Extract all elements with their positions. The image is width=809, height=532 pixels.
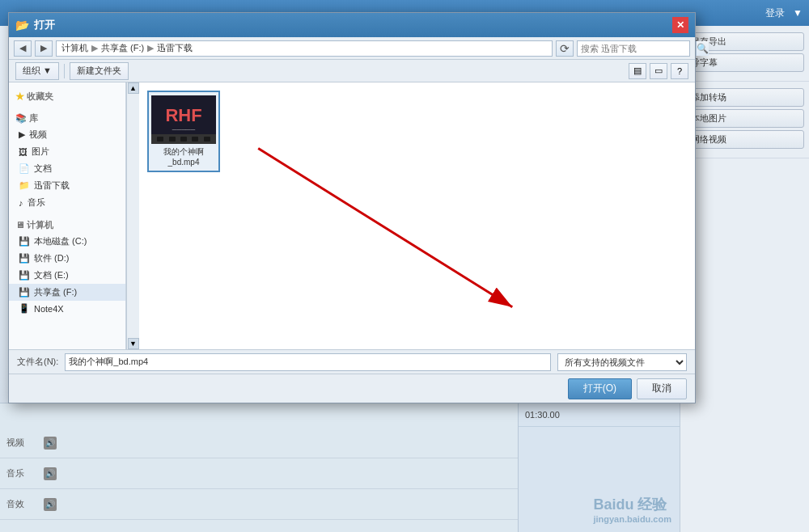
nav-item-e-drive[interactable]: 💾 文档 (E:) xyxy=(9,267,125,284)
forward-button[interactable]: ▶ xyxy=(35,40,53,57)
favorites-section-title: ★ 收藏夹 xyxy=(9,87,125,104)
filename-label: 文件名(N): xyxy=(17,356,58,368)
subtitle-button[interactable]: 导字幕 xyxy=(685,53,804,72)
film-hole-5 xyxy=(204,137,210,141)
login-label[interactable]: 登录 xyxy=(765,6,785,20)
search-icon[interactable]: 🔍 xyxy=(696,41,709,56)
nav-item-d-drive[interactable]: 💾 软件 (D:) xyxy=(9,250,125,267)
scroll-up-arrow[interactable]: ▲ xyxy=(128,82,139,94)
nav-item-note4x[interactable]: 📱 Note4X xyxy=(9,301,125,316)
video-track-label: 视频 xyxy=(6,437,39,449)
path-f-drive: 共享盘 (F:) xyxy=(101,42,144,54)
f-drive-icon: 💾 xyxy=(19,287,30,298)
d-drive-icon: 💾 xyxy=(19,253,30,264)
cancel-button[interactable]: 取消 xyxy=(637,378,687,399)
dialog-close-button[interactable]: ✕ xyxy=(672,17,688,33)
file-open-dialog: 📂 打开 ✕ ◀ ▶ 计算机 ▶ 共享盘 (F:) ▶ 迅雷下载 ⟳ 🔍 组织 … xyxy=(8,12,696,403)
top-bar-right: 登录 ▼ xyxy=(765,6,803,20)
videos-label: 视频 xyxy=(29,129,47,141)
libraries-section-title: 📚 库 xyxy=(9,109,125,126)
action-bar: 打开(O) 取消 xyxy=(9,374,695,403)
dialog-title-icon: 📂 xyxy=(15,19,29,32)
add-field-button[interactable]: 添加转场 xyxy=(685,88,804,107)
c-drive-label: 本地磁盘 (C:) xyxy=(34,235,87,247)
video-track-row: 视频 🔊 xyxy=(0,428,518,458)
scroll-down-arrow[interactable]: ▼ xyxy=(128,338,139,349)
organize-button[interactable]: 组织 ▼ xyxy=(15,62,59,80)
music-icon: ♪ xyxy=(19,198,23,208)
local-image-button[interactable]: 本地图片 xyxy=(685,109,804,128)
e-drive-icon: 💾 xyxy=(19,270,30,281)
videos-icon: ▶ xyxy=(19,129,25,140)
path-sep-1: ▶ xyxy=(91,43,98,53)
bottom-timeline: 01:30.00 视频 🔊 音乐 🔊 音效 🔊 xyxy=(0,403,680,532)
dropdown-icon[interactable]: ▼ xyxy=(793,7,803,19)
docs-label: 文档 xyxy=(34,163,52,175)
toolbar-right: ▤ ▭ ? xyxy=(629,63,688,79)
filename-input[interactable] xyxy=(65,353,551,371)
back-button[interactable]: ◀ xyxy=(14,40,32,57)
view-button-2[interactable]: ▭ xyxy=(650,63,667,79)
images-icon: 🖼 xyxy=(19,147,28,157)
f-drive-label: 共享盘 (F:) xyxy=(34,286,77,298)
watermark-subtext: jingyan.baidu.com xyxy=(593,514,671,524)
nav-item-videos[interactable]: ▶ 视频 xyxy=(9,126,125,143)
dialog-content: ★ 收藏夹 📚 库 ▶ 视频 🖼 图片 📄 文档 📁 迅雷下载 xyxy=(9,82,695,349)
red-arrow-indicator xyxy=(139,82,695,349)
file-name: 我的个神啊_bd.mp4 xyxy=(163,146,204,167)
file-item-video[interactable]: RHF ───── 我的个神啊_bd.mp4 xyxy=(147,91,220,172)
help-button[interactable]: ? xyxy=(671,63,688,79)
docs-icon: 📄 xyxy=(19,163,30,174)
effects-volume-icon[interactable]: 🔊 xyxy=(44,498,57,511)
file-thumbnail: RHF ───── xyxy=(151,95,216,144)
images-label: 图片 xyxy=(32,146,49,158)
svg-line-1 xyxy=(258,149,512,307)
thunder-icon: 📁 xyxy=(19,180,30,191)
film-hole-3 xyxy=(180,137,187,141)
path-sep-2: ▶ xyxy=(147,43,154,53)
refresh-button[interactable]: ⟳ xyxy=(556,40,574,57)
nav-scrollbar[interactable]: ▲ ▼ xyxy=(126,82,139,349)
video-volume-icon[interactable]: 🔊 xyxy=(44,437,57,450)
new-folder-button[interactable]: 新建文件夹 xyxy=(70,62,129,80)
file-area[interactable]: RHF ───── 我的个神啊_bd.mp4 xyxy=(139,82,695,349)
audio-volume-icon[interactable]: 🔊 xyxy=(44,467,57,480)
sidebar-media-section: 添加转场 本地图片 网络视频 xyxy=(680,82,809,158)
view-button-1[interactable]: ▤ xyxy=(629,63,646,79)
nav-item-music[interactable]: ♪ 音乐 xyxy=(9,194,125,211)
filetype-select[interactable]: 所有支持的视频文件 xyxy=(557,353,687,371)
filename-bar: 文件名(N): 所有支持的视频文件 xyxy=(9,349,695,374)
dialog-toolbar: 组织 ▼ 新建文件夹 ▤ ▭ ? xyxy=(9,60,695,82)
note4x-label: Note4X xyxy=(34,304,64,314)
audio-track-row: 音乐 🔊 xyxy=(0,458,518,489)
online-video-button[interactable]: 网络视频 xyxy=(685,130,804,149)
computer-section-title: 🖥 计算机 xyxy=(9,216,125,233)
right-sidebar: 保存导出 导字幕 添加转场 本地图片 网络视频 xyxy=(680,26,809,532)
dialog-title: 打开 xyxy=(34,18,55,32)
rhf-logo: RHF ───── xyxy=(165,105,201,134)
search-box[interactable]: 🔍 xyxy=(577,40,690,57)
d-drive-label: 软件 (D:) xyxy=(34,252,69,264)
path-computer: 计算机 xyxy=(61,42,88,54)
path-thunder: 迅雷下载 xyxy=(157,42,193,54)
nav-item-c-drive[interactable]: 💾 本地磁盘 (C:) xyxy=(9,233,125,250)
c-drive-icon: 💾 xyxy=(19,236,30,247)
address-bar: ◀ ▶ 计算机 ▶ 共享盘 (F:) ▶ 迅雷下载 ⟳ 🔍 xyxy=(9,37,695,60)
effects-track-label: 音效 xyxy=(6,498,39,510)
dialog-titlebar: 📂 打开 ✕ xyxy=(9,13,695,37)
baidu-watermark: Baidu 经验 jingyan.baidu.com xyxy=(593,495,671,524)
nav-item-thunder[interactable]: 📁 迅雷下载 xyxy=(9,177,125,194)
address-path[interactable]: 计算机 ▶ 共享盘 (F:) ▶ 迅雷下载 xyxy=(56,40,553,57)
film-strip xyxy=(151,134,216,144)
search-input[interactable] xyxy=(578,44,696,53)
open-button[interactable]: 打开(O) xyxy=(568,378,632,399)
nav-item-f-drive[interactable]: 💾 共享盘 (F:) xyxy=(9,284,125,301)
timeline-tracks: 视频 🔊 音乐 🔊 音效 🔊 xyxy=(0,428,518,532)
nav-item-docs[interactable]: 📄 文档 xyxy=(9,160,125,177)
time-value: 01:30.00 xyxy=(525,410,560,420)
film-hole-4 xyxy=(192,137,198,141)
e-drive-label: 文档 (E:) xyxy=(34,269,69,281)
nav-item-images[interactable]: 🖼 图片 xyxy=(9,143,125,160)
watermark-text: Baidu 经验 xyxy=(593,495,671,514)
scroll-track[interactable] xyxy=(128,94,139,338)
